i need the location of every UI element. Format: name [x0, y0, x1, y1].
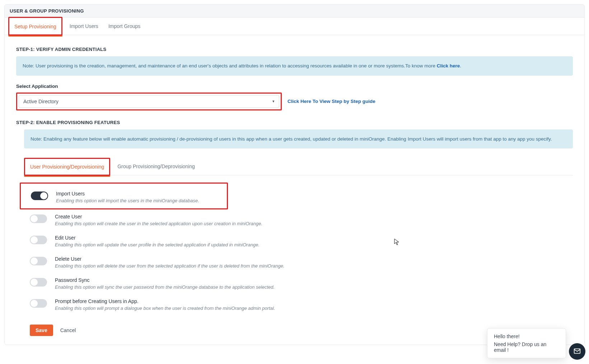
feature-prompt-create: Prompt before Creating Users in App. Ena… — [30, 294, 573, 315]
feature-desc: Enabling this option will update the use… — [55, 242, 573, 247]
select-application-highlight: Active Directory ▾ — [16, 93, 282, 110]
toggle-password-sync[interactable] — [30, 278, 47, 287]
main-tabs: Setup Provisioning Import Users Import G… — [5, 18, 584, 35]
select-application-label: Select Application — [16, 84, 573, 89]
chat-line1: Hello there! — [494, 334, 559, 339]
toggle-delete-user[interactable] — [30, 257, 47, 265]
feature-desc: Enabling this option will delete the use… — [55, 263, 573, 269]
card-title: USER & GROUP PROVISIONING — [5, 5, 584, 18]
tab-content: STEP-1: VERIFY ADMIN CREDENTIALS Note: U… — [5, 35, 584, 345]
feature-desc: Enabling this option will prompt a dialo… — [55, 306, 573, 311]
provisioning-subtabs: User Provisioning/Deprovisioning Group P… — [24, 159, 573, 175]
tab-setup-provisioning[interactable]: Setup Provisioning — [8, 17, 62, 36]
tab-import-users[interactable]: Import Users — [65, 18, 103, 35]
feature-edit-user: Edit User Enabling this option will upda… — [30, 231, 573, 252]
save-button[interactable]: Save — [30, 325, 53, 336]
step1-note-suffix: . — [460, 63, 461, 68]
chat-line2: Need Help? Drop us an email ! — [494, 341, 559, 349]
feature-title: Password Sync — [55, 277, 573, 283]
feature-desc: Enabling this option will create the use… — [55, 221, 573, 226]
chat-popup: Hello there! Need Help? Drop us an email… — [487, 328, 566, 349]
step2-note: Note: Enabling any feature below will en… — [24, 129, 573, 149]
subtab-group-provisioning[interactable]: Group Provisioning/Deprovisioning — [112, 159, 200, 175]
select-application-value: Active Directory — [23, 99, 59, 104]
step1-note-link[interactable]: Click here — [437, 63, 460, 68]
feature-desc: Enabling this option will sync the user … — [55, 284, 573, 290]
step1-note-text: Note: User provisioning is the creation,… — [23, 63, 437, 68]
select-application-dropdown[interactable]: Active Directory ▾ — [19, 95, 279, 108]
feature-create-user: Create User Enabling this option will cr… — [30, 209, 573, 231]
subtab-user-provisioning[interactable]: User Provisioning/Deprovisioning — [24, 158, 110, 176]
step1-note: Note: User provisioning is the creation,… — [16, 56, 573, 76]
feature-title: Import Users — [56, 191, 222, 197]
mail-icon — [573, 347, 581, 350]
step-by-step-guide-link[interactable]: Click Here To View Step by Step guide — [288, 99, 375, 104]
toggle-edit-user[interactable] — [30, 236, 47, 244]
feature-title: Delete User — [55, 256, 573, 262]
feature-title: Edit User — [55, 235, 573, 241]
feature-list: Import Users Enabling this option will i… — [16, 183, 573, 315]
feature-password-sync: Password Sync Enabling this option will … — [30, 273, 573, 294]
feature-delete-user: Delete User Enabling this option will de… — [30, 252, 573, 273]
toggle-import-users[interactable] — [31, 192, 48, 200]
feature-title: Prompt before Creating Users in App. — [55, 298, 573, 304]
feature-desc: Enabling this option will import the use… — [56, 198, 222, 203]
step2-title: STEP-2: ENABLE PROVISIONING FEATURES — [16, 120, 573, 125]
tab-import-groups[interactable]: Import Groups — [103, 18, 145, 35]
step1-title: STEP-1: VERIFY ADMIN CREDENTIALS — [16, 47, 573, 52]
cancel-button[interactable]: Cancel — [60, 327, 76, 333]
feature-title: Create User — [55, 214, 573, 219]
select-application-row: Active Directory ▾ Click Here To View St… — [16, 93, 573, 110]
toggle-create-user[interactable] — [30, 214, 47, 223]
chevron-down-icon: ▾ — [272, 99, 275, 104]
provisioning-card: USER & GROUP PROVISIONING Setup Provisio… — [4, 4, 585, 345]
toggle-prompt-create[interactable] — [30, 299, 47, 308]
feature-import-users: Import Users Enabling this option will i… — [20, 183, 228, 209]
